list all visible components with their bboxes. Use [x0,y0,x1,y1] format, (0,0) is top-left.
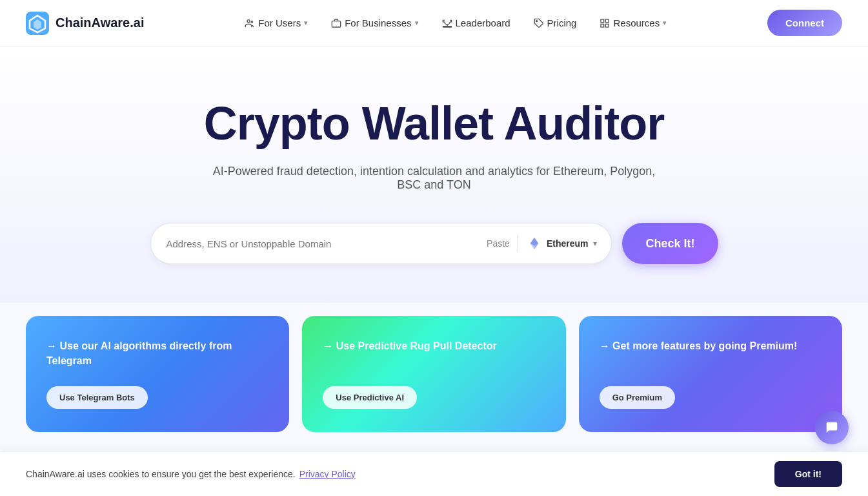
svg-point-3 [247,19,250,22]
privacy-policy-link[interactable]: Privacy Policy [299,469,356,479]
feature-card-premium-text: → Get more features by going Premium! [600,339,822,353]
users-icon [245,18,255,28]
svg-rect-11 [606,24,609,27]
svg-rect-10 [601,24,604,27]
search-input[interactable] [167,238,479,249]
network-label: Ethereum [547,238,589,249]
nav-item-leaderboard[interactable]: Leaderboard [433,12,520,34]
brand-name: ChainAware.ai [56,16,144,30]
feature-card-predictive: → Use Predictive Rug Pull Detector Use P… [302,316,565,432]
nav-label-leaderboard: Leaderboard [456,17,510,28]
nav-item-resources[interactable]: Resources ▾ [590,12,676,34]
chevron-down-icon: ▾ [304,19,308,27]
connect-button[interactable]: Connect [767,10,842,36]
search-box: Paste Ethereum ▾ [150,223,612,264]
nav-item-pricing[interactable]: Pricing [525,12,586,34]
go-premium-button[interactable]: Go Premium [600,386,675,409]
feature-card-predictive-text: → Use Predictive Rug Pull Detector [323,339,545,353]
cookie-message: ChainAware.ai uses cookies to ensure you… [26,469,356,479]
telegram-bots-button[interactable]: Use Telegram Bots [46,386,148,409]
predictive-ai-button[interactable]: Use Predictive AI [323,386,417,409]
briefcase-icon [331,18,341,28]
network-chevron-icon: ▾ [593,239,597,248]
cookie-text: ChainAware.ai uses cookies to ensure you… [26,469,296,479]
tag-icon [534,18,544,28]
check-button[interactable]: Check It! [622,223,718,264]
svg-rect-5 [332,21,340,26]
chat-icon [825,420,839,435]
feature-card-premium: → Get more features by going Premium! Go… [579,316,842,432]
hero-section: Crypto Wallet Auditor AI-Powered fraud d… [0,46,868,303]
nav-label-for-businesses: For Businesses [345,17,411,28]
nav-item-for-users[interactable]: For Users ▾ [236,12,317,34]
feature-cards: → Use our AI algorithms directly from Te… [0,316,868,458]
navbar: ChainAware.ai For Users ▾ For Businesses… [0,0,868,46]
nav-item-for-businesses[interactable]: For Businesses ▾ [322,12,427,34]
got-it-button[interactable]: Got it! [774,461,842,487]
feature-card-telegram: → Use our AI algorithms directly from Te… [26,316,289,432]
svg-point-4 [251,21,253,23]
search-container: Paste Ethereum ▾ Check It! [150,223,718,264]
svg-point-7 [536,20,537,21]
network-selector[interactable]: Ethereum ▾ [518,232,607,254]
cookie-banner: ChainAware.ai uses cookies to ensure you… [0,451,868,496]
svg-rect-9 [606,19,609,23]
hero-title: Crypto Wallet Auditor [204,98,665,149]
hero-subtitle: AI-Powered fraud detection, intention ca… [208,165,660,192]
chevron-down-icon-2: ▾ [415,19,419,27]
svg-rect-8 [601,19,604,23]
trophy-icon [442,18,452,28]
logo[interactable]: ChainAware.ai [26,12,144,35]
logo-icon [26,12,49,35]
nav-label-resources: Resources [613,17,660,28]
paste-button[interactable]: Paste [479,234,518,253]
svg-rect-6 [443,26,451,26]
grid-icon [600,18,610,28]
feature-card-telegram-text: → Use our AI algorithms directly from Te… [46,339,268,368]
ethereum-icon [527,236,541,251]
nav-label-for-users: For Users [258,17,301,28]
chat-button[interactable] [815,411,849,444]
chevron-down-icon-3: ▾ [663,19,667,27]
nav-links: For Users ▾ For Businesses ▾ Leaderboard… [236,12,676,34]
nav-label-pricing: Pricing [547,17,577,28]
